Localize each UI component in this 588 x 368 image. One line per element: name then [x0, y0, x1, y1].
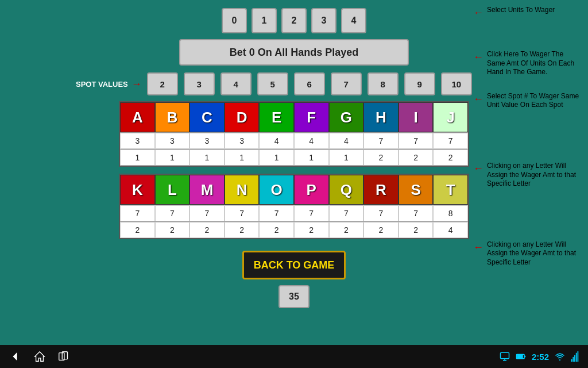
svg-rect-7	[524, 356, 525, 358]
letter-I[interactable]: I	[399, 102, 434, 132]
value-cell: 2	[189, 222, 225, 238]
spot-btn-9[interactable]: 9	[404, 72, 435, 95]
value-cell: 3	[155, 133, 190, 149]
main-content: 01234 Bet 0 On All Hands Played SPOT VAL…	[0, 0, 588, 345]
spot-values-row: SPOT VALUES → 2345678910	[76, 72, 512, 95]
letter-N[interactable]: N	[225, 175, 260, 205]
value-row-2b: 2222222224	[120, 221, 468, 238]
value-cell: 4	[433, 222, 468, 238]
value-row-1a: 3333444777	[120, 132, 468, 149]
back-nav-icon[interactable]	[9, 350, 22, 363]
spot-btn-2[interactable]: 2	[147, 72, 178, 95]
svg-marker-0	[13, 352, 17, 361]
signal-icon	[571, 351, 579, 362]
svg-rect-13	[578, 351, 579, 362]
wifi-icon	[555, 351, 565, 362]
wager-unit-btn-4[interactable]: 4	[341, 8, 366, 33]
svg-rect-9	[571, 359, 572, 362]
nav-buttons	[9, 350, 70, 363]
value-cell: 7	[155, 205, 190, 221]
spot-btn-6[interactable]: 6	[294, 72, 325, 95]
wager-unit-btn-3[interactable]: 3	[311, 8, 336, 33]
battery-icon	[516, 351, 526, 362]
value-cell: 1	[225, 150, 260, 166]
spot-btn-3[interactable]: 3	[184, 72, 215, 95]
value-cell: 1	[329, 150, 364, 166]
letter-S[interactable]: S	[399, 175, 434, 205]
status-bar: 2:52	[0, 345, 588, 368]
value-cell: 7	[399, 133, 434, 149]
value-cell: 2	[399, 150, 434, 166]
letter-A[interactable]: A	[120, 102, 155, 132]
wager-unit-btn-2[interactable]: 2	[281, 8, 307, 33]
value-cell: 2	[363, 222, 399, 238]
wager-unit-btn-0[interactable]: 0	[222, 8, 247, 33]
value-cell: 2	[363, 150, 399, 166]
value-cell: 8	[433, 205, 468, 221]
value-cell: 7	[294, 205, 329, 221]
value-cell: 7	[363, 205, 399, 221]
value-cell: 1	[155, 150, 190, 166]
value-cell: 7	[225, 205, 260, 221]
spot-btn-7[interactable]: 7	[331, 72, 362, 95]
letter-B[interactable]: B	[155, 102, 190, 132]
value-cell: 2	[225, 222, 260, 238]
value-cell: 4	[259, 133, 294, 149]
svg-rect-12	[576, 353, 577, 362]
value-cell: 3	[120, 133, 155, 149]
spot-btn-10[interactable]: 10	[441, 72, 472, 95]
recent-apps-icon[interactable]	[57, 350, 70, 363]
letter-P[interactable]: P	[294, 175, 329, 205]
svg-rect-3	[500, 352, 509, 359]
value-cell: 7	[189, 205, 225, 221]
letter-R[interactable]: R	[363, 175, 399, 205]
letter-G[interactable]: G	[329, 102, 364, 132]
letter-T[interactable]: T	[433, 175, 468, 205]
letter-H[interactable]: H	[363, 102, 399, 132]
letter-row-2: KLMNOPQRST	[120, 175, 468, 205]
letter-O[interactable]: O	[259, 175, 294, 205]
spot-arrow-icon: →	[131, 78, 142, 90]
value-cell: 2	[155, 222, 190, 238]
value-cell: 2	[399, 222, 434, 238]
value-row-1b: 1111111222	[120, 149, 468, 166]
letter-K[interactable]: K	[120, 175, 155, 205]
letter-L[interactable]: L	[155, 175, 190, 205]
spot-btn-5[interactable]: 5	[257, 72, 288, 95]
value-cell: 2	[329, 222, 364, 238]
value-cell: 7	[363, 133, 399, 149]
letter-J[interactable]: J	[433, 102, 468, 132]
letter-M[interactable]: M	[189, 175, 225, 205]
wager-unit-btn-1[interactable]: 1	[252, 8, 277, 33]
screen-icon	[500, 351, 510, 362]
value-cell: 2	[433, 150, 468, 166]
home-nav-icon[interactable]	[33, 350, 46, 363]
letter-C[interactable]: C	[189, 102, 225, 132]
status-bar-right: 2:52	[500, 351, 579, 362]
value-cell: 3	[225, 133, 260, 149]
letter-E[interactable]: E	[259, 102, 294, 132]
value-cell: 2	[120, 222, 155, 238]
value-row-2a: 7777777778	[120, 205, 468, 221]
value-cell: 7	[399, 205, 434, 221]
value-cell: 7	[120, 205, 155, 221]
value-cell: 1	[189, 150, 225, 166]
value-cell: 4	[294, 133, 329, 149]
letter-row-1: ABCDEFGHIJ	[120, 102, 468, 132]
grid2: KLMNOPQRST77777777782222222224	[119, 174, 469, 239]
value-cell: 1	[120, 150, 155, 166]
svg-rect-11	[574, 355, 575, 362]
spot-btn-8[interactable]: 8	[368, 72, 399, 95]
bet-all-button[interactable]: Bet 0 On All Hands Played	[179, 39, 409, 66]
letter-F[interactable]: F	[294, 102, 329, 132]
letter-Q[interactable]: Q	[329, 175, 364, 205]
value-cell: 1	[259, 150, 294, 166]
grids-container: ABCDEFGHIJ33334447771111111222 KLMNOPQRS…	[119, 101, 469, 243]
value-cell: 3	[189, 133, 225, 149]
back-to-game-button[interactable]: BACK TO GAME	[242, 251, 346, 279]
value-cell: 2	[259, 222, 294, 238]
letter-D[interactable]: D	[225, 102, 260, 132]
grid1: ABCDEFGHIJ33334447771111111222	[119, 101, 469, 167]
score-display: 35	[278, 285, 310, 308]
spot-btn-4[interactable]: 4	[220, 72, 252, 95]
